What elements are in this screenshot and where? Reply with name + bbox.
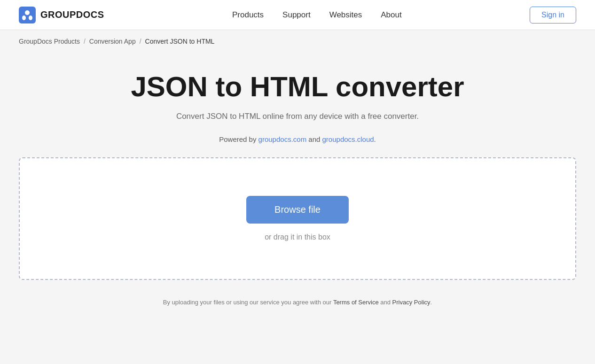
browse-file-button[interactable]: Browse file bbox=[246, 196, 349, 224]
powered-by-text: Powered by groupdocs.com and groupdocs.c… bbox=[219, 135, 376, 143]
svg-point-1 bbox=[25, 10, 30, 15]
footer-note: By uploading your files or using our ser… bbox=[163, 299, 432, 306]
breadcrumb-groupdocs-products[interactable]: GroupDocs Products bbox=[19, 38, 80, 45]
nav-websites[interactable]: Websites bbox=[329, 10, 362, 20]
signin-button[interactable]: Sign in bbox=[530, 7, 576, 23]
logo-text: GROUPDOCS bbox=[40, 9, 104, 20]
groupdocs-logo-icon bbox=[19, 7, 36, 23]
svg-point-3 bbox=[29, 15, 32, 20]
drag-text: or drag it in this box bbox=[265, 233, 330, 241]
nav-products[interactable]: Products bbox=[232, 10, 264, 20]
footer-note-middle: and bbox=[379, 299, 392, 306]
upload-dropzone[interactable]: Browse file or drag it in this box bbox=[19, 157, 576, 280]
svg-point-2 bbox=[22, 15, 26, 20]
breadcrumb-separator-1: / bbox=[84, 38, 86, 45]
footer-note-prefix: By uploading your files or using our ser… bbox=[163, 299, 333, 306]
powered-by-link1[interactable]: groupdocs.com bbox=[258, 135, 307, 143]
breadcrumb-conversion-app[interactable]: Conversion App bbox=[89, 38, 136, 45]
page-title: JSON to HTML converter bbox=[131, 71, 464, 102]
breadcrumb: GroupDocs Products / Conversion App / Co… bbox=[0, 30, 595, 53]
footer-note-suffix: . bbox=[431, 299, 432, 306]
powered-by-link2[interactable]: groupdocs.cloud bbox=[322, 135, 374, 143]
breadcrumb-current: Convert JSON to HTML bbox=[145, 38, 215, 45]
main-nav: Products Support Websites About bbox=[232, 10, 402, 20]
logo[interactable]: GROUPDOCS bbox=[19, 7, 104, 23]
main-content: JSON to HTML converter Convert JSON to H… bbox=[0, 53, 595, 334]
powered-by-middle: and bbox=[306, 135, 322, 143]
breadcrumb-separator-2: / bbox=[140, 38, 141, 45]
nav-support[interactable]: Support bbox=[282, 10, 311, 20]
powered-by-prefix: Powered by bbox=[219, 135, 258, 143]
powered-by-suffix: . bbox=[374, 135, 376, 143]
tos-link[interactable]: Terms of Service bbox=[333, 299, 379, 306]
nav-about[interactable]: About bbox=[381, 10, 401, 20]
privacy-link[interactable]: Privacy Policy bbox=[392, 299, 431, 306]
page-subtitle: Convert JSON to HTML online from any dev… bbox=[176, 112, 419, 121]
